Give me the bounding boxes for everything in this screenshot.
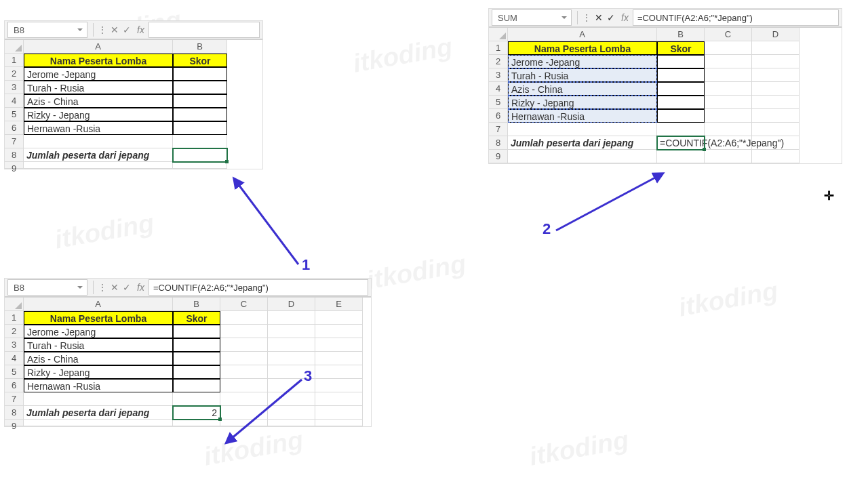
cell-A2[interactable]: Jerome -Jepang <box>24 325 173 338</box>
cell-A8[interactable]: Jumlah peserta dari jepang <box>508 136 657 150</box>
cell-D3[interactable] <box>268 338 315 352</box>
cell-E9[interactable] <box>315 420 363 426</box>
cancel-icon[interactable]: ✕ <box>108 24 121 35</box>
cell-A2[interactable]: Jerome -Jepang <box>508 55 657 68</box>
cell-A8[interactable]: Jumlah peserta dari jepang <box>24 148 173 162</box>
row-header[interactable]: 8 <box>5 148 24 162</box>
cell-B9[interactable] <box>657 150 705 163</box>
row-header[interactable]: 1 <box>489 41 508 55</box>
cell-E2[interactable] <box>315 325 363 338</box>
cell-B8-editing[interactable]: =COUNTIF(A2:A6;"*Jepang") <box>657 136 705 150</box>
cell-B5[interactable] <box>657 96 705 109</box>
cell-E4[interactable] <box>315 352 363 365</box>
cell-C3[interactable] <box>220 338 268 352</box>
cell-B4[interactable] <box>173 94 227 108</box>
row-header[interactable]: 4 <box>5 352 24 365</box>
row-header[interactable]: 3 <box>5 81 24 94</box>
cell-A3[interactable]: Turah - Rusia <box>24 81 173 94</box>
row-header[interactable]: 5 <box>5 108 24 121</box>
cell-A4[interactable]: Azis - China <box>508 82 657 96</box>
cell-B2[interactable] <box>173 67 227 81</box>
cell-A1[interactable]: Nama Peserta Lomba <box>508 41 657 55</box>
cell-B3[interactable] <box>173 338 220 352</box>
cell-E5[interactable] <box>315 365 363 379</box>
cell-A8[interactable]: Jumlah peserta dari jepang <box>24 406 173 420</box>
cell-A7[interactable] <box>24 392 173 406</box>
cell-B9[interactable] <box>173 162 227 169</box>
row-header[interactable]: 7 <box>5 392 24 406</box>
cell-D5[interactable] <box>752 96 800 109</box>
row-header[interactable]: 9 <box>489 150 508 163</box>
select-all-corner[interactable] <box>489 28 508 41</box>
cell-B8-result[interactable]: 2 <box>173 406 220 420</box>
cell-D7[interactable] <box>752 123 800 136</box>
cell-C2[interactable] <box>220 325 268 338</box>
name-box[interactable]: SUM <box>492 9 572 26</box>
fx-icon[interactable]: fx <box>133 282 149 293</box>
row-header[interactable]: 5 <box>5 365 24 379</box>
col-header-A[interactable]: A <box>24 40 173 54</box>
cell-D2[interactable] <box>752 55 800 68</box>
cancel-icon[interactable]: ✕ <box>108 282 121 293</box>
row-header[interactable]: 6 <box>5 121 24 135</box>
cell-E8[interactable] <box>315 406 363 420</box>
cell-A4[interactable]: Azis - China <box>24 352 173 365</box>
cell-A9[interactable] <box>24 162 173 169</box>
formula-input[interactable] <box>149 22 260 38</box>
cell-D4[interactable] <box>752 82 800 96</box>
cell-B5[interactable] <box>173 108 227 121</box>
cell-C2[interactable] <box>705 55 752 68</box>
row-header[interactable]: 6 <box>5 379 24 392</box>
cell-D6[interactable] <box>752 109 800 123</box>
cell-C9[interactable] <box>705 150 752 163</box>
cell-A6[interactable]: Hernawan -Rusia <box>24 121 173 135</box>
cell-A6[interactable]: Hernawan -Rusia <box>508 109 657 123</box>
enter-icon[interactable]: ✓ <box>121 24 133 35</box>
col-header-D[interactable]: D <box>268 298 315 311</box>
cell-B6[interactable] <box>173 379 220 392</box>
cell-B6[interactable] <box>173 121 227 135</box>
cell-B4[interactable] <box>657 82 705 96</box>
col-header-B[interactable]: B <box>173 298 220 311</box>
cell-D1[interactable] <box>752 41 800 55</box>
cell-A3[interactable]: Turah - Rusia <box>508 68 657 82</box>
sheet-grid[interactable]: A B C D 1 Nama Peserta Lomba Skor 2 Jero… <box>489 27 842 163</box>
row-header[interactable]: 4 <box>489 82 508 96</box>
col-header-C[interactable]: C <box>220 298 268 311</box>
cell-B6[interactable] <box>657 109 705 123</box>
col-header-C[interactable]: C <box>705 28 752 41</box>
row-header[interactable]: 8 <box>5 406 24 420</box>
cell-B3[interactable] <box>657 68 705 82</box>
cell-A9[interactable] <box>508 150 657 163</box>
cell-B1[interactable]: Skor <box>657 41 705 55</box>
cell-B4[interactable] <box>173 352 220 365</box>
row-header[interactable]: 3 <box>5 338 24 352</box>
name-box[interactable]: B8 <box>7 22 87 38</box>
cell-D2[interactable] <box>268 325 315 338</box>
name-box[interactable]: B8 <box>7 279 87 296</box>
cell-E3[interactable] <box>315 338 363 352</box>
cell-D1[interactable] <box>268 311 315 325</box>
cell-C3[interactable] <box>705 68 752 82</box>
col-header-E[interactable]: E <box>315 298 363 311</box>
cell-A1[interactable]: Nama Peserta Lomba <box>24 311 173 325</box>
cell-C7[interactable] <box>705 123 752 136</box>
cell-A2[interactable]: Jerome -Jepang <box>24 67 173 81</box>
sheet-grid[interactable]: A B 1 Nama Peserta Lomba Skor 2 Jerome -… <box>5 39 262 169</box>
cell-A7[interactable] <box>24 135 173 148</box>
cell-C6[interactable] <box>705 109 752 123</box>
cell-D9[interactable] <box>752 150 800 163</box>
cell-E7[interactable] <box>315 392 363 406</box>
cell-A4[interactable]: Azis - China <box>24 94 173 108</box>
enter-icon[interactable]: ✓ <box>605 12 617 23</box>
cell-C1[interactable] <box>220 311 268 325</box>
row-header[interactable]: 2 <box>5 67 24 81</box>
select-all-corner[interactable] <box>5 40 24 54</box>
col-header-B[interactable]: B <box>173 40 227 54</box>
cell-E6[interactable] <box>315 379 363 392</box>
row-header[interactable]: 9 <box>5 420 24 426</box>
row-header[interactable]: 9 <box>5 162 24 169</box>
cell-B7[interactable] <box>173 392 220 406</box>
row-header[interactable]: 2 <box>5 325 24 338</box>
cell-B2[interactable] <box>657 55 705 68</box>
